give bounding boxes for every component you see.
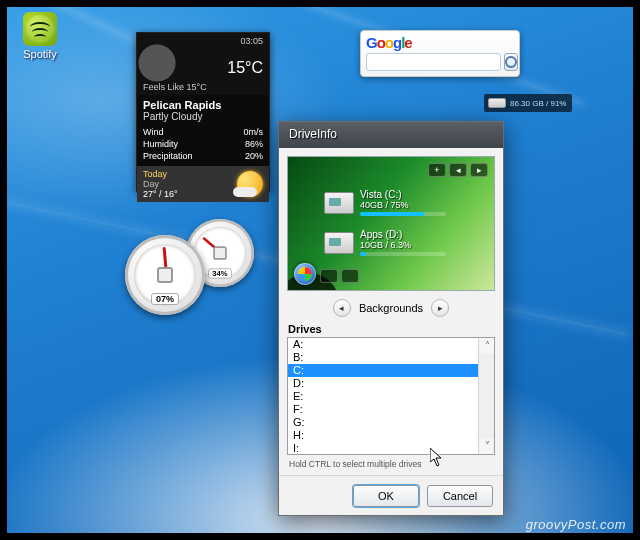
preview-drive-row: Vista (C:) 40GB / 75%	[324, 189, 446, 216]
weather-temp: 15°C	[227, 59, 263, 77]
scrollbar[interactable]: ˄ ˅	[478, 338, 494, 454]
drives-listbox[interactable]: A:B:C:D:E:F:G:H:I:J: ˄ ˅	[287, 337, 495, 455]
weather-row-precip: Precipitation20%	[143, 150, 263, 162]
preview-prev-button[interactable]: ◂	[449, 163, 467, 177]
drives-heading: Drives	[279, 323, 503, 335]
list-item[interactable]: C:	[288, 364, 478, 377]
scrollbar-up-icon[interactable]: ˄	[479, 338, 495, 354]
sun-cloud-icon	[237, 171, 263, 197]
drive-usage-text: 86.30 GB / 91%	[510, 99, 566, 108]
list-item[interactable]: F:	[288, 403, 478, 416]
drive-icon	[324, 232, 354, 254]
drive-icon	[324, 192, 354, 214]
list-item[interactable]: A:	[288, 338, 478, 351]
backgrounds-next-button[interactable]: ▸	[431, 299, 449, 317]
list-item[interactable]: D:	[288, 377, 478, 390]
list-item[interactable]: G:	[288, 416, 478, 429]
google-logo: Google	[366, 34, 514, 51]
gauge-cpu: 07%	[125, 235, 205, 315]
preview-tray-button	[341, 269, 359, 283]
cancel-button[interactable]: Cancel	[427, 485, 493, 507]
preview-drive-name: Vista (C:)	[360, 189, 446, 200]
weather-row-wind: Wind0m/s	[143, 126, 263, 138]
disk-icon	[488, 98, 506, 108]
weather-row-humidity: Humidity86%	[143, 138, 263, 150]
spotify-icon	[23, 12, 57, 46]
driveinfo-dialog: DriveInfo + ◂ ▸ Vista (C:) 40GB / 75% Ap…	[278, 121, 504, 516]
driveinfo-preview: + ◂ ▸ Vista (C:) 40GB / 75% Apps (D:) 10…	[287, 156, 495, 291]
dialog-title: DriveInfo	[289, 127, 337, 141]
preview-next-button[interactable]: ▸	[470, 163, 488, 177]
desktop-icon-spotify[interactable]: Spotify	[12, 12, 68, 60]
google-search-button[interactable]	[504, 53, 518, 71]
backgrounds-label: Backgrounds	[359, 302, 423, 314]
meter-gadget[interactable]: 34% 07%	[125, 213, 255, 323]
drive-usage-badge[interactable]: 86.30 GB / 91%	[484, 94, 572, 112]
weather-feels-like: Feels Like 15°C	[143, 82, 207, 92]
list-item[interactable]: B:	[288, 351, 478, 364]
desktop-icon-label: Spotify	[12, 48, 68, 60]
ok-button[interactable]: OK	[353, 485, 419, 507]
backgrounds-prev-button[interactable]: ◂	[333, 299, 351, 317]
weather-clock: 03:05	[240, 36, 263, 46]
preview-drive-name: Apps (D:)	[360, 229, 446, 240]
preview-drive-stats: 10GB / 6.3%	[360, 240, 446, 250]
list-item[interactable]: E:	[288, 390, 478, 403]
list-item[interactable]: H:	[288, 429, 478, 442]
gauge-value: 07%	[151, 293, 179, 305]
gauge-value: 34%	[208, 268, 232, 278]
weather-location: Pelican Rapids	[137, 95, 269, 111]
preview-tray-button	[320, 269, 338, 283]
weather-condition: Partly Cloudy	[137, 111, 269, 126]
multiselect-hint: Hold CTRL to select multiple drives	[289, 459, 493, 469]
windows-orb-icon	[294, 263, 316, 285]
preview-drive-bar	[360, 252, 446, 256]
desktop-wallpaper: Spotify 03:05 15°C Feels Like 15°C Pelic…	[0, 0, 640, 540]
weather-gadget[interactable]: 03:05 15°C Feels Like 15°C Pelican Rapid…	[136, 32, 270, 192]
preview-drive-stats: 40GB / 75%	[360, 200, 446, 210]
weather-forecast: Today Day 27° / 16°	[137, 166, 269, 202]
preview-drive-bar	[360, 212, 446, 216]
list-item[interactable]: I:	[288, 442, 478, 455]
scrollbar-down-icon[interactable]: ˅	[479, 438, 495, 454]
preview-add-button[interactable]: +	[428, 163, 446, 177]
preview-drive-row: Apps (D:) 10GB / 6.3%	[324, 229, 446, 256]
google-search-gadget[interactable]: Google	[360, 30, 520, 77]
google-search-input[interactable]	[366, 53, 501, 71]
watermark: groovyPost.com	[526, 517, 626, 532]
dialog-titlebar[interactable]: DriveInfo	[279, 122, 503, 148]
